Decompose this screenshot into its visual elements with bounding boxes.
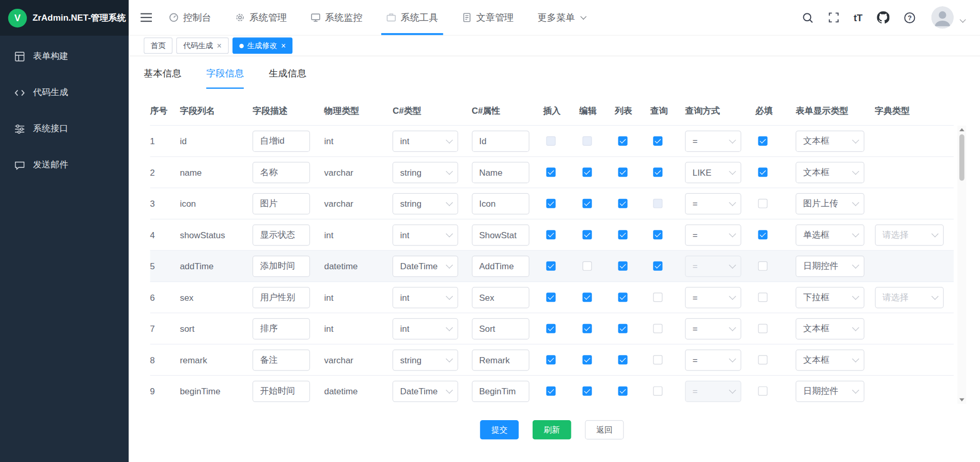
display-type-select[interactable]: 文本框 (796, 162, 864, 183)
query-method-select[interactable]: = (685, 349, 741, 371)
required-checkbox[interactable] (758, 292, 768, 302)
display-type-select[interactable]: 日期控件 (796, 380, 864, 402)
nav-item-more-menus[interactable]: 更多菜单 (537, 0, 585, 35)
query-method-select[interactable]: = (685, 130, 741, 151)
collapse-menu-icon[interactable] (140, 12, 152, 23)
insert-checkbox[interactable] (546, 199, 555, 208)
csharp-type-select[interactable]: DateTime (393, 380, 458, 402)
tab-basic-info[interactable]: 基本信息 (144, 68, 181, 89)
csharp-property-input[interactable] (472, 349, 529, 371)
required-checkbox[interactable] (758, 136, 768, 146)
sidebar-item-system-api[interactable]: 系统接口 (0, 111, 129, 147)
csharp-property-input[interactable] (472, 318, 529, 339)
csharp-property-input[interactable] (472, 193, 529, 214)
search-icon[interactable] (802, 11, 814, 23)
column-description-input[interactable] (253, 380, 310, 402)
dict-type-select[interactable]: 请选择 (875, 287, 943, 308)
edit-checkbox[interactable] (582, 324, 592, 333)
tab-generate-info[interactable]: 生成信息 (269, 68, 306, 89)
csharp-property-input[interactable] (472, 130, 529, 151)
edit-checkbox[interactable] (582, 355, 592, 364)
scroll-up-icon[interactable] (957, 126, 966, 134)
csharp-property-input[interactable] (472, 287, 529, 308)
column-description-input[interactable] (253, 318, 310, 339)
list-checkbox[interactable] (618, 292, 627, 302)
edit-checkbox[interactable] (582, 167, 592, 177)
list-checkbox[interactable] (618, 230, 627, 239)
close-icon[interactable]: × (281, 41, 286, 50)
display-type-select[interactable]: 下拉框 (796, 287, 864, 308)
query-method-select[interactable]: = (685, 287, 741, 308)
csharp-type-select[interactable]: string (393, 349, 458, 371)
csharp-type-select[interactable]: int (393, 130, 458, 151)
column-description-input[interactable] (253, 193, 310, 214)
query-checkbox[interactable] (654, 292, 663, 302)
display-type-select[interactable]: 日期控件 (796, 255, 864, 276)
app-logo[interactable]: V ZrAdmin.NET-管理系统 (0, 0, 129, 36)
tag-code-generation[interactable]: 代码生成 × (176, 38, 228, 54)
edit-checkbox[interactable] (582, 387, 592, 396)
nav-item-article-management[interactable]: 文章管理 (462, 0, 514, 35)
csharp-type-select[interactable]: DateTime (393, 255, 458, 276)
required-checkbox[interactable] (758, 230, 768, 239)
required-checkbox[interactable] (758, 387, 768, 396)
github-icon[interactable] (877, 11, 889, 24)
vertical-scrollbar[interactable] (957, 126, 966, 404)
insert-checkbox[interactable] (546, 230, 555, 239)
nav-item-system-tools[interactable]: 系统工具 (386, 0, 438, 35)
edit-checkbox[interactable] (582, 230, 592, 239)
submit-button[interactable]: 提交 (480, 420, 519, 440)
display-type-select[interactable]: 文本框 (796, 318, 864, 339)
tag-home[interactable]: 首页 (144, 38, 173, 54)
list-checkbox[interactable] (618, 387, 627, 396)
list-checkbox[interactable] (618, 136, 627, 146)
scrollbar-thumb[interactable] (959, 134, 965, 181)
refresh-button[interactable]: 刷新 (533, 420, 571, 440)
user-menu-chevron-icon[interactable] (960, 17, 966, 23)
sidebar-item-send-mail[interactable]: 发送邮件 (0, 147, 129, 183)
edit-checkbox[interactable] (582, 292, 592, 302)
list-checkbox[interactable] (618, 355, 627, 364)
list-checkbox[interactable] (618, 167, 627, 177)
scroll-down-icon[interactable] (957, 396, 966, 404)
required-checkbox[interactable] (758, 324, 768, 333)
csharp-property-input[interactable] (472, 380, 529, 402)
column-description-input[interactable] (253, 287, 310, 308)
insert-checkbox[interactable] (546, 167, 555, 177)
font-size-icon[interactable]: tT (853, 12, 862, 23)
csharp-type-select[interactable]: int (393, 287, 458, 308)
close-icon[interactable]: × (217, 41, 222, 50)
help-icon[interactable]: ? (904, 11, 915, 23)
column-description-input[interactable] (253, 224, 310, 245)
csharp-type-select[interactable]: string (393, 193, 458, 214)
nav-item-system-management[interactable]: 系统管理 (235, 0, 287, 35)
back-button[interactable]: 返回 (585, 420, 624, 440)
display-type-select[interactable]: 文本框 (796, 349, 864, 371)
query-checkbox[interactable] (654, 136, 663, 146)
column-description-input[interactable] (253, 255, 310, 276)
query-method-select[interactable]: = (685, 224, 741, 245)
query-method-select[interactable]: LIKE (685, 162, 741, 183)
query-checkbox[interactable] (654, 387, 663, 396)
sidebar-item-code-generation[interactable]: 代码生成 (0, 74, 129, 111)
edit-checkbox[interactable] (582, 199, 592, 208)
edit-checkbox[interactable] (582, 261, 592, 271)
sidebar-item-form-builder[interactable]: 表单构建 (0, 38, 129, 74)
display-type-select[interactable]: 文本框 (796, 130, 864, 151)
required-checkbox[interactable] (758, 167, 768, 177)
avatar[interactable] (931, 6, 954, 29)
insert-checkbox[interactable] (546, 324, 555, 333)
fullscreen-icon[interactable] (828, 12, 839, 23)
query-method-select[interactable]: = (685, 193, 741, 214)
list-checkbox[interactable] (618, 199, 627, 208)
query-checkbox[interactable] (654, 324, 663, 333)
column-description-input[interactable] (253, 130, 310, 151)
csharp-type-select[interactable]: string (393, 162, 458, 183)
required-checkbox[interactable] (758, 355, 768, 364)
csharp-type-select[interactable]: int (393, 224, 458, 245)
required-checkbox[interactable] (758, 261, 768, 271)
list-checkbox[interactable] (618, 324, 627, 333)
insert-checkbox[interactable] (546, 387, 555, 396)
display-type-select[interactable]: 单选框 (796, 224, 864, 245)
insert-checkbox[interactable] (546, 355, 555, 364)
